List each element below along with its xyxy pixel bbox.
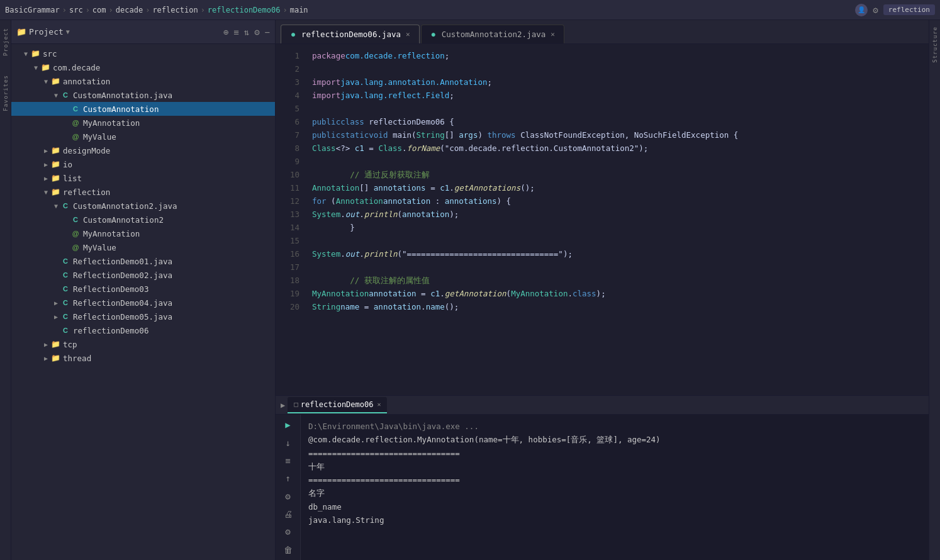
sidebar-strip-project[interactable]: Project	[1, 23, 10, 60]
collapse-icon[interactable]: ≡	[233, 27, 238, 37]
user-icon[interactable]: 👤	[855, 4, 868, 16]
settings-icon[interactable]: ⚙	[254, 27, 259, 37]
tree-toggle[interactable]: ▶	[42, 354, 50, 362]
breadcrumb-current-file[interactable]: reflectionDemo06	[208, 6, 281, 14]
code-line-4[interactable]: import java.lang.reflect.Field;	[312, 89, 929, 102]
tree-item-designMode[interactable]: ▶📁designMode	[11, 143, 275, 157]
tree-item-ReflectionDemo04-java[interactable]: ▶CReflectionDemo04.java	[11, 296, 275, 310]
bottom-tab-run[interactable]: □ reflectionDemo06 ✕	[288, 397, 387, 413]
tree-item-thread[interactable]: ▶📁thread	[11, 351, 275, 365]
tree-toggle[interactable]: ▶	[52, 312, 60, 321]
print-btn[interactable]: 🖨	[281, 508, 296, 520]
toolbar-icon[interactable]: ⚙	[873, 5, 878, 15]
tree-toggle[interactable]: ▼	[21, 49, 30, 58]
tree-item-reflection[interactable]: ▼📁reflection	[11, 185, 275, 199]
tree-toggle[interactable]: ▼	[42, 77, 50, 86]
breadcrumb-item[interactable]: src	[69, 6, 83, 14]
tab-close-button[interactable]: ✕	[405, 30, 411, 39]
code-line-6[interactable]: public class reflectionDemo06 {	[312, 115, 929, 128]
tree-item-list[interactable]: ▶📁list	[11, 171, 275, 185]
tree-toggle[interactable]: ▶	[42, 340, 50, 349]
code-line-10[interactable]: // 通过反射获取注解	[312, 168, 929, 181]
project-dropdown-icon[interactable]: ▼	[66, 28, 70, 35]
code-line-8[interactable]: Class<?> c1 = Class.forName("com.decade.…	[312, 142, 929, 155]
tree-toggle[interactable]	[62, 229, 70, 238]
breadcrumb-item[interactable]: decade	[116, 6, 143, 14]
tree-item-com-decade[interactable]: ▼📁com.decade	[11, 60, 275, 74]
tree-item-MyAnnotation2[interactable]: @MyAnnotation	[11, 227, 275, 240]
structure-panel-button[interactable]: Structure	[931, 23, 939, 67]
tree-item-MyAnnotation[interactable]: @MyAnnotation	[11, 116, 275, 130]
breadcrumb-item[interactable]: main	[290, 6, 308, 14]
code-line-12[interactable]: for (Annotation annotation : annotations…	[312, 194, 929, 208]
code-line-20[interactable]: String name = annotation.name();	[312, 300, 929, 313]
code-line-18[interactable]: // 获取注解的属性值	[312, 274, 929, 287]
tree-item-src[interactable]: ▼📁src	[11, 47, 275, 60]
tree-item-CustomAnnotation2-java[interactable]: ▼CCustomAnnotation2.java	[11, 199, 275, 213]
tree-toggle[interactable]: ▶	[42, 146, 50, 155]
code-line-16[interactable]: System.out.println("====================…	[312, 247, 929, 260]
tree-item-io[interactable]: ▶📁io	[11, 157, 275, 171]
play-button[interactable]: ▶	[281, 418, 296, 431]
breadcrumb-item[interactable]: BasicGrammar	[5, 6, 60, 14]
format-btn[interactable]: ≡	[281, 454, 296, 467]
tree-item-MyValue2[interactable]: @MyValue	[11, 240, 275, 254]
tree-toggle[interactable]	[62, 243, 70, 252]
tree-item-reflectionDemo06[interactable]: CreflectionDemo06	[11, 323, 275, 337]
tree-item-CustomAnnotation-java[interactable]: ▼CCustomAnnotation.java	[11, 88, 275, 102]
tree-item-ReflectionDemo02-java[interactable]: CReflectionDemo02.java	[11, 268, 275, 282]
breadcrumb-item[interactable]: reflection	[152, 6, 198, 14]
delete-btn[interactable]: 🗑	[281, 544, 296, 556]
code-line-19[interactable]: MyAnnotation annotation = c1.getAnnotati…	[312, 287, 929, 300]
code-line-11[interactable]: Annotation[] annotations = c1.getAnnotat…	[312, 181, 929, 194]
close-panel-icon[interactable]: −	[265, 27, 270, 37]
settings2-btn[interactable]: ⚙	[281, 525, 296, 538]
tree-item-ReflectionDemo03[interactable]: CReflectionDemo03	[11, 282, 275, 296]
tree-toggle[interactable]	[52, 326, 60, 335]
code-line-13[interactable]: System.out.println(annotation);	[312, 208, 929, 221]
code-content[interactable]: package com.decade.reflection;import jav…	[307, 44, 929, 395]
tree-item-CustomAnnotation[interactable]: CCustomAnnotation	[11, 102, 275, 116]
tree-toggle[interactable]	[62, 104, 70, 113]
code-line-1[interactable]: package com.decade.reflection;	[312, 49, 929, 62]
tree-item-CustomAnnotation2[interactable]: CCustomAnnotation2	[11, 213, 275, 227]
tree-toggle[interactable]: ▶	[42, 174, 50, 182]
tree-toggle[interactable]	[52, 284, 60, 293]
sidebar-strip-favorites[interactable]: Favorites	[1, 74, 10, 112]
download-btn[interactable]: ⚙	[281, 490, 296, 503]
tree-item-tcp[interactable]: ▶📁tcp	[11, 337, 275, 351]
code-line-15[interactable]	[312, 234, 929, 247]
tab-reflectiondemo06[interactable]: ● reflectionDemo06.java ✕	[281, 25, 420, 43]
tree-item-ReflectionDemo01-java[interactable]: CReflectionDemo01.java	[11, 254, 275, 268]
tab-close-button2[interactable]: ✕	[549, 30, 556, 39]
code-line-7[interactable]: public static void main(String[] args) t…	[312, 128, 929, 142]
tree-item-MyValue[interactable]: @MyValue	[11, 130, 275, 143]
code-line-5[interactable]	[312, 102, 929, 115]
tree-item-ReflectionDemo05-java[interactable]: ▶CReflectionDemo05.java	[11, 310, 275, 323]
branch-label[interactable]: reflection	[883, 4, 935, 15]
code-line-9[interactable]	[312, 155, 929, 168]
tree-toggle[interactable]	[62, 118, 70, 127]
breadcrumb-item[interactable]: com	[92, 6, 106, 14]
tree-toggle[interactable]	[52, 271, 60, 279]
tree-toggle[interactable]	[52, 257, 60, 266]
add-icon[interactable]: ⊕	[223, 27, 228, 37]
sort-icon[interactable]: ⇅	[244, 27, 249, 37]
code-line-2[interactable]	[312, 62, 929, 76]
scroll-down-btn[interactable]: ↓	[281, 436, 296, 449]
tree-toggle[interactable]: ▼	[52, 201, 60, 210]
code-line-14[interactable]: }	[312, 221, 929, 234]
code-line-3[interactable]: import java.lang.annotation.Annotation;	[312, 76, 929, 89]
tree-toggle[interactable]: ▼	[52, 91, 60, 99]
tree-toggle[interactable]: ▶	[52, 298, 60, 307]
tree-toggle[interactable]: ▶	[42, 160, 50, 169]
tree-toggle[interactable]: ▼	[42, 188, 50, 196]
scroll-up-btn[interactable]: ↑	[281, 472, 296, 484]
tree-toggle[interactable]: ▼	[31, 63, 40, 72]
tree-toggle[interactable]	[62, 132, 70, 141]
run-tab-close[interactable]: ✕	[377, 401, 381, 408]
tab-customannotation2[interactable]: ● CustomAnnotation2.java ✕	[421, 25, 564, 43]
tree-item-annotation[interactable]: ▼📁annotation	[11, 74, 275, 88]
tree-toggle[interactable]	[62, 215, 70, 224]
code-line-17[interactable]	[312, 260, 929, 274]
